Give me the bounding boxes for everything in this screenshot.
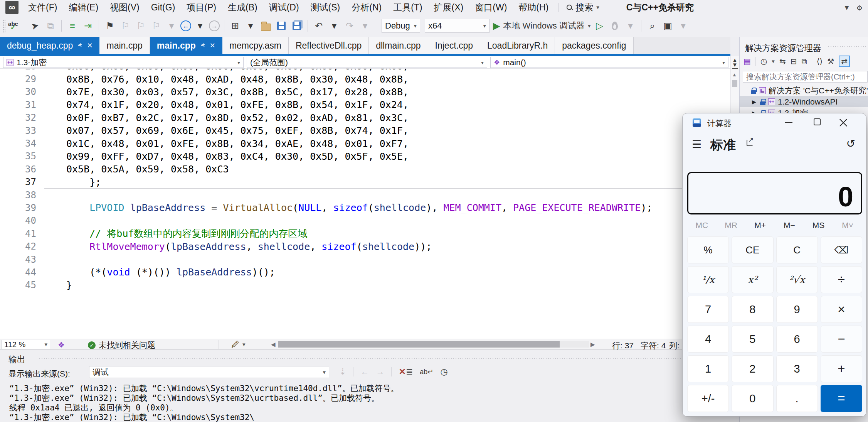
menu-item[interactable]: 项目(P) <box>181 0 222 15</box>
hot-reload-icon[interactable] <box>608 19 621 33</box>
code-line[interactable]: 330x07, 0x57, 0x69, 0x6E, 0x45, 0x75, 0x… <box>0 124 730 137</box>
redo-dropdown-icon[interactable]: ▾ <box>358 19 372 33</box>
close-icon[interactable]: ✕ <box>210 41 215 50</box>
calc-key-x[interactable]: ¹/x <box>687 266 729 293</box>
calc-key-2[interactable]: 2 <box>732 355 773 382</box>
calc-key-4[interactable]: 4 <box>687 326 729 353</box>
menu-item[interactable]: 工具(T) <box>387 0 428 15</box>
calc-key-C[interactable]: C <box>776 236 818 263</box>
memory-button-m[interactable]: M− <box>775 218 804 234</box>
calc-key-[interactable]: . <box>776 385 818 412</box>
code-line[interactable]: 43 <box>0 253 730 266</box>
document-tab[interactable]: ReflectiveDll.cpp <box>289 37 369 54</box>
code-line[interactable]: 300x7E, 0x30, 0x03, 0x57, 0x3C, 0x8B, 0x… <box>0 86 730 98</box>
line-number[interactable]: 30 <box>0 86 42 97</box>
code-cleanup-button[interactable]: 🖉▾ <box>231 340 246 349</box>
menu-item[interactable]: Git(G) <box>145 1 181 14</box>
line-number[interactable]: 40 <box>0 215 42 226</box>
calculator-menu-icon[interactable]: ☰ <box>692 138 701 151</box>
line-number[interactable]: 43 <box>0 254 42 265</box>
search-button[interactable]: 搜索 ▾ <box>562 2 603 14</box>
code-line[interactable]: 40 <box>0 214 730 227</box>
save-icon[interactable] <box>275 19 288 33</box>
line-number[interactable]: 44 <box>0 267 42 278</box>
history-icon[interactable]: ↺ <box>846 137 855 150</box>
solution-config-select[interactable]: Debug▾ <box>382 19 420 33</box>
line-number[interactable]: 42 <box>0 241 42 252</box>
calc-key-CE[interactable]: CE <box>732 236 773 263</box>
tree-item[interactable]: ▶++1.2-WindowsAPI <box>740 96 868 107</box>
maximize-icon[interactable] <box>814 118 821 125</box>
find-in-files-icon[interactable]: ⌕ <box>646 19 659 33</box>
document-tab[interactable]: main.cpp <box>99 37 150 54</box>
document-tab[interactable]: dllmain.cpp <box>369 37 428 54</box>
code-line[interactable]: 41 // 将buf数组中的内容复制到刚刚分配的内存区域 <box>0 227 730 240</box>
calc-key-7[interactable]: 7 <box>687 296 729 323</box>
calc-key-1[interactable]: 1 <box>687 355 729 382</box>
code-line[interactable]: 350x99, 0xFF, 0xD7, 0x48, 0x83, 0xC4, 0x… <box>0 150 730 163</box>
menu-item[interactable]: 视图(V) <box>104 0 145 15</box>
spell-check-icon[interactable]: abc✓ <box>7 19 20 33</box>
save-all-icon[interactable] <box>290 19 303 33</box>
word-wrap-icon[interactable]: ab↵ <box>420 368 433 376</box>
document-tab[interactable]: packages.config <box>555 37 633 54</box>
panel-drag-grip[interactable] <box>828 46 866 47</box>
tab-list-chevron-icon[interactable]: ▼ <box>843 4 850 12</box>
memory-button-mr[interactable]: MR <box>717 218 746 234</box>
pin-icon[interactable] <box>200 41 206 51</box>
close-icon[interactable] <box>839 118 847 126</box>
calc-key-3[interactable]: 3 <box>776 355 818 382</box>
hot-reload-dropdown-icon[interactable]: ▾ <box>624 19 637 33</box>
calc-key-[interactable]: +/- <box>687 385 729 412</box>
timestamp-clock-icon[interactable]: ◷ <box>440 367 447 377</box>
new-item-icon[interactable]: ⊞ <box>229 19 242 33</box>
calc-key-8[interactable]: 8 <box>732 296 773 323</box>
clear-bookmarks-icon[interactable]: ⚐ <box>150 19 163 33</box>
prev-bookmark-icon[interactable]: ⚐ <box>119 19 132 33</box>
calc-key-x[interactable]: x² <box>732 266 773 293</box>
solution-search-input[interactable]: 搜索解决方案资源管理器(Ctrl+;) <box>743 71 868 83</box>
line-number[interactable]: 29 <box>0 74 42 84</box>
calculator-mode-label[interactable]: 标准 <box>710 137 736 154</box>
memory-button-m[interactable]: M+ <box>745 218 775 234</box>
line-number[interactable]: 38 <box>0 190 42 201</box>
jump-to-message-icon[interactable]: ⇣ <box>339 367 346 377</box>
clear-all-icon[interactable]: ✕≣ <box>399 367 413 377</box>
format-selection-icon[interactable]: ⇥ <box>81 19 94 33</box>
calc-key-[interactable]: = <box>821 385 862 412</box>
view-code-icon[interactable]: ⟨⟩ <box>817 57 823 66</box>
line-number[interactable]: 37 <box>0 177 42 187</box>
calc-key-6[interactable]: 6 <box>776 326 818 353</box>
undo-dropdown-icon[interactable]: ▾ <box>328 19 341 33</box>
toggle-bookmark-icon[interactable]: ⚑ <box>103 19 116 33</box>
sync-icon[interactable]: ⇆ <box>779 57 786 66</box>
line-number[interactable]: 45 <box>0 280 42 290</box>
vscroll-thumb[interactable] <box>732 80 737 87</box>
line-number[interactable]: 35 <box>0 151 42 162</box>
calc-key-[interactable]: × <box>821 296 862 323</box>
cursor-select-icon[interactable]: ➤ <box>27 17 43 34</box>
horizontal-scrollbar[interactable] <box>278 341 589 348</box>
undo-icon[interactable]: ↶ <box>312 19 325 33</box>
calc-key-9[interactable]: 9 <box>776 296 818 323</box>
hscroll-right-arrow[interactable]: ▶ <box>590 341 595 348</box>
switch-views-icon[interactable]: ▤ <box>744 57 751 66</box>
output-source-select[interactable]: 调试▾ <box>89 366 329 378</box>
menu-item[interactable]: 调试(D) <box>263 0 305 15</box>
code-line[interactable]: 310x74, 0x1F, 0x20, 0x48, 0x01, 0xFE, 0x… <box>0 98 730 111</box>
toolbar-grip[interactable] <box>2 19 5 32</box>
line-number[interactable]: 36 <box>0 164 42 175</box>
tab-options-gear-icon[interactable]: ⚙ <box>856 4 863 12</box>
scope-dropdown[interactable]: (全局范围) ▾ <box>247 57 487 68</box>
document-tab[interactable]: debug_heap.cpp✕ <box>0 37 99 54</box>
menu-item[interactable]: 文件(F) <box>22 0 63 15</box>
show-all-files-icon[interactable]: ⧉ <box>801 57 807 66</box>
pending-changes-filter-icon[interactable]: ◷ <box>760 57 767 66</box>
redo-icon[interactable]: ↷ <box>343 19 356 33</box>
calc-key-x[interactable]: ²√x <box>776 266 818 293</box>
sync-with-active-document-icon[interactable]: ⇄ <box>839 56 850 67</box>
code-line[interactable]: 290x8B, 0x76, 0x10, 0x48, 0xAD, 0x48, 0x… <box>0 73 730 85</box>
code-line[interactable]: 38 <box>0 189 730 201</box>
line-number[interactable]: 34 <box>0 138 42 149</box>
start-debug-button[interactable]: ▶ 本地 Windows 调试器 ▾ <box>493 19 590 33</box>
